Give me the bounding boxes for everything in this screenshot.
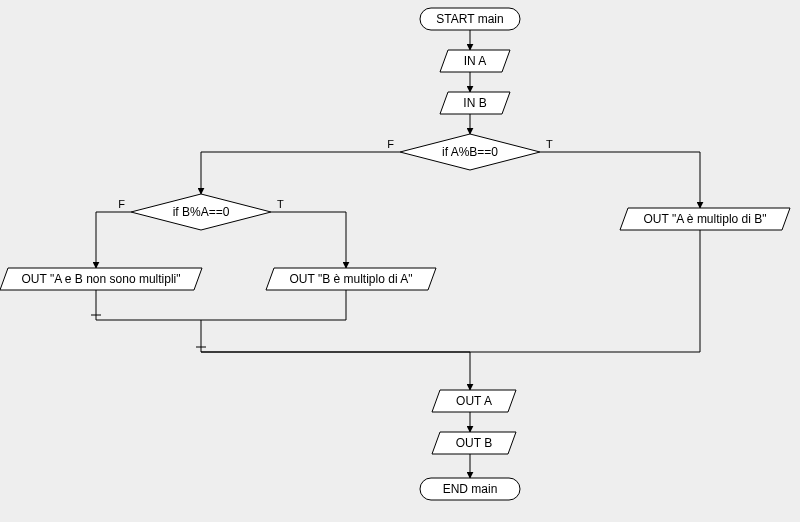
node-in-a: IN A xyxy=(440,50,510,72)
text-out-non: OUT "A e B non sono multipli" xyxy=(21,272,180,286)
edge xyxy=(201,352,470,390)
text-in-b: IN B xyxy=(463,96,486,110)
text-end: END main xyxy=(443,482,498,496)
node-decision-1: if A%B==0 xyxy=(400,134,540,170)
edge xyxy=(96,290,346,320)
edge xyxy=(540,152,700,208)
node-start: START main xyxy=(420,8,520,30)
text-in-a: IN A xyxy=(464,54,487,68)
label-dec1-true: T xyxy=(546,138,553,150)
node-out-b: OUT B xyxy=(432,432,516,454)
text-start: START main xyxy=(436,12,503,26)
label-dec1-false: F xyxy=(387,138,394,150)
text-dec1: if A%B==0 xyxy=(442,145,498,159)
edge xyxy=(201,152,400,194)
node-end: END main xyxy=(420,478,520,500)
node-out-mult-a: OUT "B è multiplo di A" xyxy=(266,268,436,290)
node-out-mult-b: OUT "A è multiplo di B" xyxy=(620,208,790,230)
node-out-a: OUT A xyxy=(432,390,516,412)
text-out-b: OUT B xyxy=(456,436,492,450)
edge xyxy=(201,230,700,352)
label-dec2-false: F xyxy=(118,198,125,210)
edge xyxy=(271,212,346,268)
text-out-mult-b: OUT "A è multiplo di B" xyxy=(643,212,766,226)
edge xyxy=(96,212,131,268)
node-decision-2: if B%A==0 xyxy=(131,194,271,230)
text-dec2: if B%A==0 xyxy=(173,205,230,219)
label-dec2-true: T xyxy=(277,198,284,210)
text-out-a: OUT A xyxy=(456,394,492,408)
text-out-mult-a: OUT "B è multiplo di A" xyxy=(289,272,412,286)
node-out-non: OUT "A e B non sono multipli" xyxy=(0,268,202,290)
flowchart-canvas: START main IN A IN B if A%B==0 F T OUT "… xyxy=(0,0,800,522)
node-in-b: IN B xyxy=(440,92,510,114)
